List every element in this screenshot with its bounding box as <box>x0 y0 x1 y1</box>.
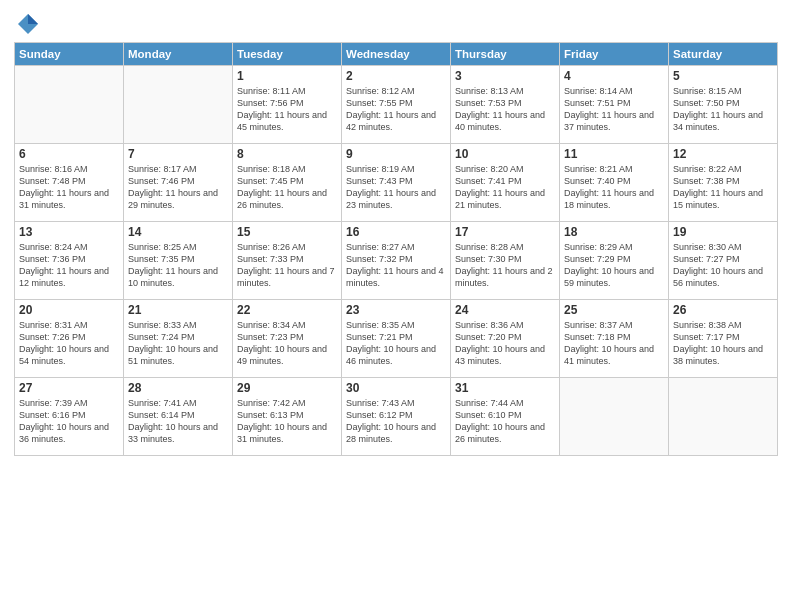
svg-marker-1 <box>28 14 38 24</box>
calendar-cell: 3Sunrise: 8:13 AM Sunset: 7:53 PM Daylig… <box>451 66 560 144</box>
calendar-cell: 26Sunrise: 8:38 AM Sunset: 7:17 PM Dayli… <box>669 300 778 378</box>
weekday-header-wednesday: Wednesday <box>342 43 451 66</box>
calendar-cell: 2Sunrise: 8:12 AM Sunset: 7:55 PM Daylig… <box>342 66 451 144</box>
calendar-cell: 31Sunrise: 7:44 AM Sunset: 6:10 PM Dayli… <box>451 378 560 456</box>
calendar-cell: 13Sunrise: 8:24 AM Sunset: 7:36 PM Dayli… <box>15 222 124 300</box>
day-number: 3 <box>455 69 555 83</box>
day-number: 30 <box>346 381 446 395</box>
calendar-cell: 7Sunrise: 8:17 AM Sunset: 7:46 PM Daylig… <box>124 144 233 222</box>
day-number: 22 <box>237 303 337 317</box>
calendar-cell: 6Sunrise: 8:16 AM Sunset: 7:48 PM Daylig… <box>15 144 124 222</box>
cell-info: Sunrise: 8:25 AM Sunset: 7:35 PM Dayligh… <box>128 241 228 290</box>
calendar-cell: 9Sunrise: 8:19 AM Sunset: 7:43 PM Daylig… <box>342 144 451 222</box>
week-row-2: 13Sunrise: 8:24 AM Sunset: 7:36 PM Dayli… <box>15 222 778 300</box>
cell-info: Sunrise: 8:36 AM Sunset: 7:20 PM Dayligh… <box>455 319 555 368</box>
cell-info: Sunrise: 8:13 AM Sunset: 7:53 PM Dayligh… <box>455 85 555 134</box>
day-number: 26 <box>673 303 773 317</box>
calendar-cell: 19Sunrise: 8:30 AM Sunset: 7:27 PM Dayli… <box>669 222 778 300</box>
weekday-header-thursday: Thursday <box>451 43 560 66</box>
day-number: 23 <box>346 303 446 317</box>
calendar-cell: 18Sunrise: 8:29 AM Sunset: 7:29 PM Dayli… <box>560 222 669 300</box>
cell-info: Sunrise: 8:11 AM Sunset: 7:56 PM Dayligh… <box>237 85 337 134</box>
day-number: 17 <box>455 225 555 239</box>
calendar-cell: 23Sunrise: 8:35 AM Sunset: 7:21 PM Dayli… <box>342 300 451 378</box>
weekday-header-saturday: Saturday <box>669 43 778 66</box>
cell-info: Sunrise: 8:30 AM Sunset: 7:27 PM Dayligh… <box>673 241 773 290</box>
day-number: 7 <box>128 147 228 161</box>
day-number: 13 <box>19 225 119 239</box>
cell-info: Sunrise: 8:22 AM Sunset: 7:38 PM Dayligh… <box>673 163 773 212</box>
calendar-cell: 11Sunrise: 8:21 AM Sunset: 7:40 PM Dayli… <box>560 144 669 222</box>
calendar-cell: 8Sunrise: 8:18 AM Sunset: 7:45 PM Daylig… <box>233 144 342 222</box>
calendar-cell <box>669 378 778 456</box>
day-number: 18 <box>564 225 664 239</box>
day-number: 31 <box>455 381 555 395</box>
cell-info: Sunrise: 8:19 AM Sunset: 7:43 PM Dayligh… <box>346 163 446 212</box>
day-number: 16 <box>346 225 446 239</box>
day-number: 21 <box>128 303 228 317</box>
calendar-cell: 17Sunrise: 8:28 AM Sunset: 7:30 PM Dayli… <box>451 222 560 300</box>
week-row-3: 20Sunrise: 8:31 AM Sunset: 7:26 PM Dayli… <box>15 300 778 378</box>
weekday-header-sunday: Sunday <box>15 43 124 66</box>
cell-info: Sunrise: 8:12 AM Sunset: 7:55 PM Dayligh… <box>346 85 446 134</box>
calendar-cell: 15Sunrise: 8:26 AM Sunset: 7:33 PM Dayli… <box>233 222 342 300</box>
cell-info: Sunrise: 8:20 AM Sunset: 7:41 PM Dayligh… <box>455 163 555 212</box>
day-number: 2 <box>346 69 446 83</box>
page: SundayMondayTuesdayWednesdayThursdayFrid… <box>0 0 792 612</box>
calendar-cell: 20Sunrise: 8:31 AM Sunset: 7:26 PM Dayli… <box>15 300 124 378</box>
calendar-cell: 5Sunrise: 8:15 AM Sunset: 7:50 PM Daylig… <box>669 66 778 144</box>
cell-info: Sunrise: 8:29 AM Sunset: 7:29 PM Dayligh… <box>564 241 664 290</box>
weekday-header-friday: Friday <box>560 43 669 66</box>
cell-info: Sunrise: 7:44 AM Sunset: 6:10 PM Dayligh… <box>455 397 555 446</box>
day-number: 29 <box>237 381 337 395</box>
calendar-cell <box>560 378 669 456</box>
cell-info: Sunrise: 7:41 AM Sunset: 6:14 PM Dayligh… <box>128 397 228 446</box>
calendar-cell: 29Sunrise: 7:42 AM Sunset: 6:13 PM Dayli… <box>233 378 342 456</box>
day-number: 11 <box>564 147 664 161</box>
cell-info: Sunrise: 8:28 AM Sunset: 7:30 PM Dayligh… <box>455 241 555 290</box>
cell-info: Sunrise: 8:37 AM Sunset: 7:18 PM Dayligh… <box>564 319 664 368</box>
cell-info: Sunrise: 8:33 AM Sunset: 7:24 PM Dayligh… <box>128 319 228 368</box>
week-row-0: 1Sunrise: 8:11 AM Sunset: 7:56 PM Daylig… <box>15 66 778 144</box>
calendar-cell: 12Sunrise: 8:22 AM Sunset: 7:38 PM Dayli… <box>669 144 778 222</box>
cell-info: Sunrise: 8:16 AM Sunset: 7:48 PM Dayligh… <box>19 163 119 212</box>
cell-info: Sunrise: 8:31 AM Sunset: 7:26 PM Dayligh… <box>19 319 119 368</box>
day-number: 12 <box>673 147 773 161</box>
cell-info: Sunrise: 8:38 AM Sunset: 7:17 PM Dayligh… <box>673 319 773 368</box>
calendar-cell: 22Sunrise: 8:34 AM Sunset: 7:23 PM Dayli… <box>233 300 342 378</box>
day-number: 28 <box>128 381 228 395</box>
day-number: 10 <box>455 147 555 161</box>
cell-info: Sunrise: 8:27 AM Sunset: 7:32 PM Dayligh… <box>346 241 446 290</box>
weekday-header-tuesday: Tuesday <box>233 43 342 66</box>
cell-info: Sunrise: 8:34 AM Sunset: 7:23 PM Dayligh… <box>237 319 337 368</box>
cell-info: Sunrise: 7:42 AM Sunset: 6:13 PM Dayligh… <box>237 397 337 446</box>
calendar-cell: 1Sunrise: 8:11 AM Sunset: 7:56 PM Daylig… <box>233 66 342 144</box>
day-number: 6 <box>19 147 119 161</box>
calendar-cell: 27Sunrise: 7:39 AM Sunset: 6:16 PM Dayli… <box>15 378 124 456</box>
calendar-cell: 16Sunrise: 8:27 AM Sunset: 7:32 PM Dayli… <box>342 222 451 300</box>
cell-info: Sunrise: 7:39 AM Sunset: 6:16 PM Dayligh… <box>19 397 119 446</box>
cell-info: Sunrise: 8:35 AM Sunset: 7:21 PM Dayligh… <box>346 319 446 368</box>
day-number: 1 <box>237 69 337 83</box>
cell-info: Sunrise: 8:15 AM Sunset: 7:50 PM Dayligh… <box>673 85 773 134</box>
calendar-cell: 4Sunrise: 8:14 AM Sunset: 7:51 PM Daylig… <box>560 66 669 144</box>
weekday-header-monday: Monday <box>124 43 233 66</box>
day-number: 19 <box>673 225 773 239</box>
day-number: 20 <box>19 303 119 317</box>
cell-info: Sunrise: 7:43 AM Sunset: 6:12 PM Dayligh… <box>346 397 446 446</box>
cell-info: Sunrise: 8:14 AM Sunset: 7:51 PM Dayligh… <box>564 85 664 134</box>
calendar-cell: 28Sunrise: 7:41 AM Sunset: 6:14 PM Dayli… <box>124 378 233 456</box>
day-number: 25 <box>564 303 664 317</box>
day-number: 27 <box>19 381 119 395</box>
day-number: 4 <box>564 69 664 83</box>
cell-info: Sunrise: 8:24 AM Sunset: 7:36 PM Dayligh… <box>19 241 119 290</box>
cell-info: Sunrise: 8:26 AM Sunset: 7:33 PM Dayligh… <box>237 241 337 290</box>
calendar-cell <box>15 66 124 144</box>
calendar-cell: 25Sunrise: 8:37 AM Sunset: 7:18 PM Dayli… <box>560 300 669 378</box>
calendar-cell <box>124 66 233 144</box>
calendar-cell: 24Sunrise: 8:36 AM Sunset: 7:20 PM Dayli… <box>451 300 560 378</box>
logo-icon <box>14 10 42 38</box>
day-number: 8 <box>237 147 337 161</box>
calendar-table: SundayMondayTuesdayWednesdayThursdayFrid… <box>14 42 778 456</box>
week-row-1: 6Sunrise: 8:16 AM Sunset: 7:48 PM Daylig… <box>15 144 778 222</box>
